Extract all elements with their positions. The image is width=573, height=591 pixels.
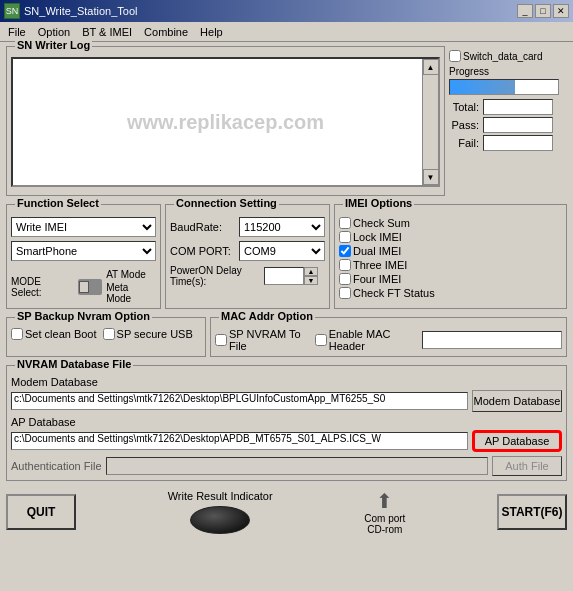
function-select-dropdown[interactable]: Write IMEI Read IMEI Write SN xyxy=(11,217,156,237)
spin-down-btn[interactable]: ▼ xyxy=(304,276,318,285)
ap-db-button[interactable]: AP Database xyxy=(472,430,562,452)
progress-label: Progress xyxy=(449,66,567,77)
sp-nvram-option: SP NVRAM To File xyxy=(215,328,311,352)
start-button[interactable]: START(F6) xyxy=(497,494,567,530)
total-input[interactable] xyxy=(483,99,553,115)
power-delay-input[interactable]: 3 xyxy=(264,267,304,285)
window-title: SN_Write_Station_Tool xyxy=(24,5,138,17)
right-panel: Switch_data_card Progress Total: Pass: F… xyxy=(449,46,567,200)
three-imei-checkbox[interactable] xyxy=(339,259,351,271)
mode-label: MODE Select: xyxy=(11,276,74,298)
scroll-up-btn[interactable]: ▲ xyxy=(423,59,439,75)
device-select-dropdown[interactable]: SmartPhone FeaturePhone xyxy=(11,241,156,261)
spin-up-btn[interactable]: ▲ xyxy=(304,267,318,276)
sp-secure-usb-checkbox[interactable] xyxy=(103,328,115,340)
mac-addr-group: MAC Addr Option SP NVRAM To File Enable … xyxy=(210,317,567,357)
imei-option-ft-status: Check FT Status xyxy=(339,287,562,299)
four-imei-checkbox[interactable] xyxy=(339,273,351,285)
main-content: SN Writer Log www.replikacep.com ▲ ▼ Swi… xyxy=(0,42,573,543)
checksum-label: Check Sum xyxy=(353,217,410,229)
ap-db-row: AP Database c:\Documents and Settings\mt… xyxy=(11,416,562,452)
power-label: PowerON Delay Time(s): xyxy=(170,265,260,287)
menu-file[interactable]: File xyxy=(2,24,32,40)
write-indicator-oval xyxy=(190,506,250,534)
imei-options-title: IMEI Options xyxy=(343,197,414,209)
total-row: Total: xyxy=(449,99,567,115)
enable-mac-checkbox[interactable] xyxy=(315,334,327,346)
log-group-title: SN Writer Log xyxy=(15,39,92,51)
connection-setting-group: Connection Setting BaudRate: 115200 5760… xyxy=(165,204,330,309)
lock-imei-checkbox[interactable] xyxy=(339,231,351,243)
pass-row: Pass: xyxy=(449,117,567,133)
menu-option[interactable]: Option xyxy=(32,24,76,40)
fail-input[interactable] xyxy=(483,135,553,151)
com-label: COM PORT: xyxy=(170,245,235,257)
imei-option-three: Three IMEI xyxy=(339,259,562,271)
log-watermark: www.replikacep.com xyxy=(127,111,324,134)
three-imei-label: Three IMEI xyxy=(353,259,407,271)
log-area[interactable]: www.replikacep.com ▲ ▼ xyxy=(11,57,440,187)
baud-rate-select[interactable]: 115200 57600 38400 xyxy=(239,217,325,237)
auth-file-button[interactable]: Auth File xyxy=(492,456,562,476)
maximize-button[interactable]: □ xyxy=(535,4,551,18)
cd-rom-label: CD-rom xyxy=(364,524,405,535)
log-group: SN Writer Log www.replikacep.com ▲ ▼ xyxy=(6,46,445,196)
menu-combine[interactable]: Combine xyxy=(138,24,194,40)
sp-nvram-checkbox[interactable] xyxy=(215,334,227,346)
mode-row: MODE Select: AT Mode Meta Mode xyxy=(11,269,156,304)
quit-button[interactable]: QUIT xyxy=(6,494,76,530)
sp-backup-title: SP Backup Nvram Option xyxy=(15,310,152,322)
progress-bar-fill xyxy=(450,80,515,94)
connection-setting-title: Connection Setting xyxy=(174,197,279,209)
mode-toggle[interactable] xyxy=(78,279,102,295)
minimize-button[interactable]: _ xyxy=(517,4,533,18)
power-delay-row: PowerON Delay Time(s): 3 ▲ ▼ xyxy=(170,265,325,287)
ap-db-path-display: c:\Documents and Settings\mtk71262\Deskt… xyxy=(11,432,468,450)
meta-mode-label: Meta Mode xyxy=(106,282,156,304)
app-icon: SN xyxy=(4,3,20,19)
log-scrollbar[interactable]: ▲ ▼ xyxy=(422,59,438,185)
dual-imei-label: Dual IMEI xyxy=(353,245,401,257)
nvram-title: NVRAM Database File xyxy=(15,358,133,370)
modem-db-input-row: c:\Documents and Settings\mtk71262\Deskt… xyxy=(11,390,562,412)
ft-status-label: Check FT Status xyxy=(353,287,435,299)
set-clean-boot-checkbox[interactable] xyxy=(11,328,23,340)
lock-imei-label: Lock IMEI xyxy=(353,231,402,243)
checksum-checkbox[interactable] xyxy=(339,217,351,229)
at-mode-label: AT Mode xyxy=(106,269,156,280)
sp-secure-usb-label: SP secure USB xyxy=(117,328,193,340)
scroll-down-btn[interactable]: ▼ xyxy=(423,169,439,185)
menu-help[interactable]: Help xyxy=(194,24,229,40)
com-port-select[interactable]: COM9 COM1 COM2 xyxy=(239,241,325,261)
close-button[interactable]: ✕ xyxy=(553,4,569,18)
imei-option-dual: Dual IMEI xyxy=(339,245,562,257)
progress-bar xyxy=(449,79,559,95)
mac-options: SP NVRAM To File Enable MAC Header xyxy=(215,328,562,352)
com-port-label: Com port xyxy=(364,513,405,524)
set-clean-boot-option: Set clean Boot xyxy=(11,328,97,340)
pass-input[interactable] xyxy=(483,117,553,133)
imei-option-lock: Lock IMEI xyxy=(339,231,562,243)
pass-label: Pass: xyxy=(449,119,479,131)
auth-file-row: Authentication File Auth File xyxy=(11,456,562,476)
modem-db-button[interactable]: Modem Database xyxy=(472,390,562,412)
ft-status-checkbox[interactable] xyxy=(339,287,351,299)
auth-file-input[interactable] xyxy=(106,457,489,475)
menu-bt-imei[interactable]: BT & IMEI xyxy=(76,24,138,40)
imei-option-checksum: Check Sum xyxy=(339,217,562,229)
sp-backup-group: SP Backup Nvram Option Set clean Boot SP… xyxy=(6,317,206,357)
fail-row: Fail: xyxy=(449,135,567,151)
enable-mac-option: Enable MAC Header xyxy=(315,328,418,352)
dual-imei-checkbox[interactable] xyxy=(339,245,351,257)
write-indicator-label: Write Result Indicator xyxy=(168,490,273,502)
mac-addr-title: MAC Addr Option xyxy=(219,310,315,322)
title-bar: SN SN_Write_Station_Tool _ □ ✕ xyxy=(0,0,573,22)
enable-mac-label: Enable MAC Header xyxy=(329,328,418,352)
mac-header-input[interactable] xyxy=(422,331,562,349)
power-delay-spinner[interactable]: ▲ ▼ xyxy=(304,267,318,285)
baud-label: BaudRate: xyxy=(170,221,235,233)
function-select-group: Function Select Write IMEI Read IMEI Wri… xyxy=(6,204,161,309)
switch-data-card-checkbox[interactable] xyxy=(449,50,461,62)
four-imei-label: Four IMEI xyxy=(353,273,401,285)
baud-rate-row: BaudRate: 115200 57600 38400 xyxy=(170,217,325,237)
